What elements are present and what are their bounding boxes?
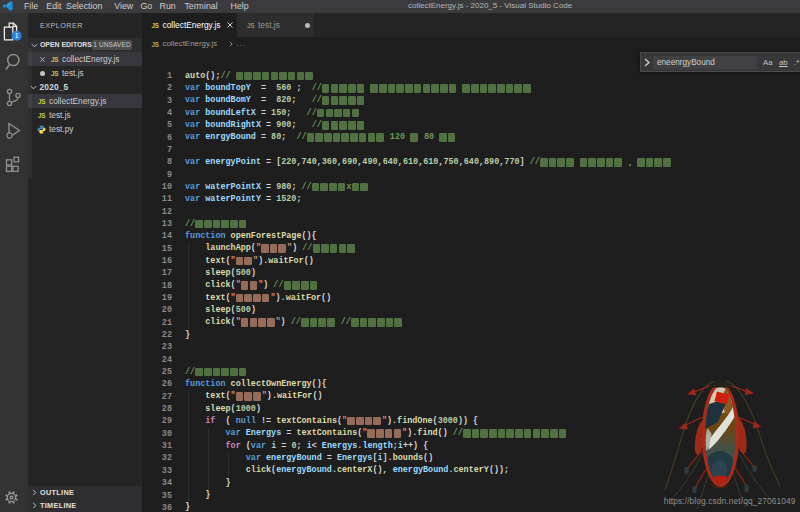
svg-text:1: 1 [15,32,19,39]
